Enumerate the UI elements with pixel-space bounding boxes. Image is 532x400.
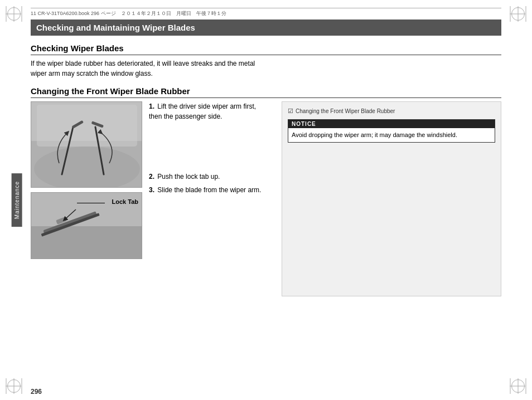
step1-text: Lift the driver side wiper arm first, th… (149, 103, 256, 120)
step2-num: 2. (149, 173, 156, 181)
images-stack: Lock Tab (31, 101, 142, 259)
right-panel-header-text: Changing the Front Wiper Blade Rubber (296, 108, 395, 114)
content-area: Checking and Maintaining Wiper Blades Ch… (31, 19, 501, 381)
step1: 1. Lift the driver side wiper arm first,… (149, 101, 270, 121)
notice-box: NOTICE Avoid dropping the wiper arm; it … (288, 119, 495, 143)
steps-with-images: Lock Tab 1. Lift the driver side wip (31, 101, 270, 259)
page-number: 296 (31, 388, 42, 396)
right-panel: Changing the Front Wiper Blade Rubber NO… (282, 101, 501, 296)
subsection2-title: Changing the Front Wiper Blade Rubber (31, 86, 501, 98)
left-column: Lock Tab 1. Lift the driver side wip (31, 101, 270, 296)
reg-mark-bottom-left (6, 378, 22, 394)
notice-label: NOTICE (288, 120, 495, 128)
reg-mark-top-right (510, 6, 526, 22)
svg-rect-2 (37, 105, 137, 147)
header-bar: 11 CR-V-31T0A6200.book 296 ページ ２０１４年２月１０… (31, 8, 501, 17)
steps-text: 1. Lift the driver side wiper arm first,… (149, 101, 270, 198)
step2-text: Push the lock tab up. (157, 173, 220, 181)
lock-tab-arrow-line (77, 203, 105, 203)
section-title: Checking and Maintaining Wiper Blades (36, 23, 195, 32)
wiper-arms-svg (31, 102, 142, 188)
step1-num: 1. (149, 103, 156, 110)
lock-tab-image: Lock Tab (31, 192, 142, 259)
main-layout: Lock Tab 1. Lift the driver side wip (31, 101, 501, 296)
subsection1-title: Checking Wiper Blades (31, 43, 501, 55)
file-info: 11 CR-V-31T0A6200.book 296 ページ ２０１４年２月１０… (31, 10, 226, 17)
subsection-checking: Checking Wiper Blades If the wiper blade… (31, 43, 501, 79)
reg-mark-bottom-right (510, 378, 526, 394)
wiper-arms-image (31, 101, 142, 188)
step2: 2. Push the lock tab up. (149, 172, 270, 182)
section-banner: Checking and Maintaining Wiper Blades (31, 19, 501, 36)
right-column: Changing the Front Wiper Blade Rubber NO… (282, 101, 501, 296)
subsection1-body: If the wiper blade rubber has deteriorat… (31, 58, 270, 79)
step3-text: Slide the blade from the wiper arm. (157, 186, 261, 194)
reg-mark-top-left (6, 6, 22, 22)
maintenance-tab: Maintenance (12, 173, 22, 227)
right-panel-header: Changing the Front Wiper Blade Rubber (288, 108, 495, 115)
step3: 3. Slide the blade from the wiper arm. (149, 185, 270, 195)
page-container: 11 CR-V-31T0A6200.book 296 ページ ２０１４年２月１０… (0, 0, 532, 400)
notice-body: Avoid dropping the wiper arm; it may dam… (288, 128, 495, 142)
step3-num: 3. (149, 186, 156, 194)
